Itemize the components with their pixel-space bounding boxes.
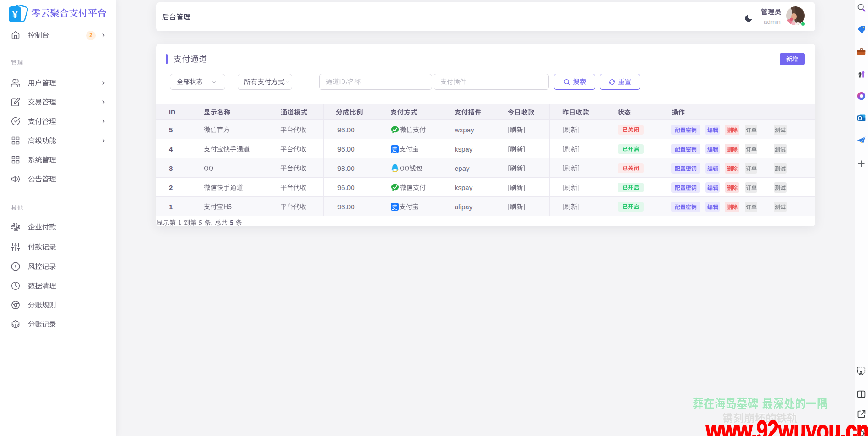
svg-text:¥: ¥ <box>12 9 18 20</box>
